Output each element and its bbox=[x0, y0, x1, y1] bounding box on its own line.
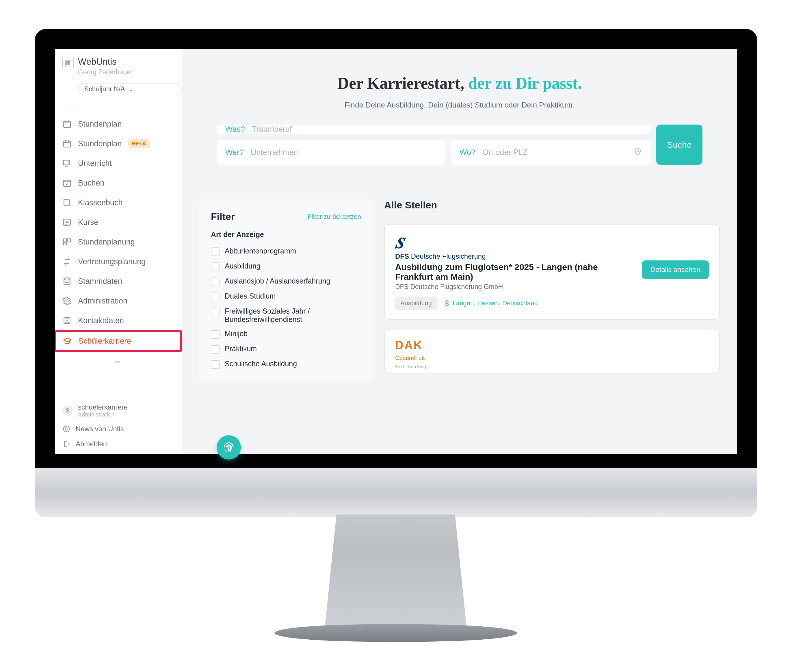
results-heading: Alle Stellen bbox=[384, 200, 720, 211]
job-title: Ausbildung zum Fluglotsen* 2025 - Langen… bbox=[395, 262, 633, 282]
sidebar-footer: S schuelerkarriere Administration News v… bbox=[55, 396, 182, 454]
svg-point-14 bbox=[446, 302, 448, 304]
job-company: DFS Deutsche Flugsicherung GmbH bbox=[395, 283, 633, 291]
company-logo-dak: DAK Gesundheit Ein Leben lang. bbox=[395, 339, 709, 370]
field-wo-label: Wo? bbox=[460, 148, 476, 157]
nav-label: Stammdaten bbox=[78, 277, 122, 286]
search-was-input[interactable] bbox=[251, 125, 642, 134]
svg-rect-0 bbox=[64, 122, 70, 128]
svg-rect-5 bbox=[64, 239, 67, 242]
job-card-1[interactable]: DAK Gesundheit Ein Leben lang. bbox=[384, 329, 720, 374]
job-meta: Ausbildung Langen, Hessen, Deutschland bbox=[395, 296, 709, 310]
checkbox-icon[interactable] bbox=[211, 247, 220, 256]
location-pin-icon bbox=[444, 300, 450, 306]
beta-badge: BETA bbox=[128, 139, 150, 148]
svg-rect-1 bbox=[64, 141, 70, 147]
footer-user[interactable]: S schuelerkarriere Administration bbox=[55, 400, 182, 421]
gear-icon bbox=[62, 296, 72, 306]
field-wer-label: Wer? bbox=[225, 148, 244, 157]
svg-rect-6 bbox=[67, 239, 70, 242]
field-wer[interactable]: Wer? bbox=[217, 140, 445, 165]
nav-label: Stundenplanung bbox=[78, 238, 135, 246]
footer-news-label: News von Untis bbox=[76, 425, 124, 433]
sidebar-item-buchen[interactable]: Buchen bbox=[55, 173, 182, 193]
search-bar: Was? Wer? Wo? bbox=[217, 125, 703, 165]
results-column: Alle Stellen 𝑺 DFS Deutsche Flugsicherun… bbox=[384, 200, 720, 383]
nav-label: Administration bbox=[78, 296, 128, 306]
database-icon bbox=[62, 277, 72, 286]
filter-option-0[interactable]: Abiturientenprogramm bbox=[211, 244, 361, 259]
location-pin-icon[interactable] bbox=[634, 148, 642, 157]
hero-heading: Der Karrierestart, der zu Dir passt. bbox=[217, 74, 703, 93]
job-card-0[interactable]: 𝑺 DFS Deutsche Flugsicherung Ausbildung … bbox=[384, 224, 720, 320]
field-was-label: Was? bbox=[225, 125, 245, 134]
contact-icon bbox=[62, 316, 72, 325]
job-location: Langen, Hessen, Deutschland bbox=[444, 299, 538, 307]
book-icon bbox=[62, 198, 72, 207]
field-wo[interactable]: Wo? bbox=[451, 140, 650, 165]
lower-section: Filter Filter zurücksetzen Art der Anzei… bbox=[182, 185, 737, 398]
nav-item-truncated: … bbox=[55, 100, 182, 114]
sidebar-item-klassenbuch[interactable]: Klassenbuch bbox=[55, 193, 182, 213]
svg-rect-3 bbox=[64, 180, 70, 186]
sidebar-item-kontaktdaten[interactable]: Kontaktdaten bbox=[55, 311, 182, 330]
checkbox-icon[interactable] bbox=[211, 345, 220, 354]
details-button[interactable]: Details ansehen bbox=[642, 261, 709, 279]
filter-option-3[interactable]: Duales Studium bbox=[211, 289, 361, 304]
checkbox-icon[interactable] bbox=[211, 330, 220, 339]
nav-label: Kontaktdaten bbox=[78, 316, 124, 325]
logo-placeholder-icon: ▣ bbox=[62, 57, 74, 68]
job-type-chip: Ausbildung bbox=[395, 296, 437, 310]
hero: Der Karrierestart, der zu Dir passt. Fin… bbox=[182, 49, 737, 185]
app-title: WebUntis bbox=[78, 57, 133, 67]
list-icon bbox=[62, 218, 72, 227]
sidebar-item-unterricht[interactable]: Unterricht bbox=[55, 154, 182, 173]
sidebar-item-kurse[interactable]: Kurse bbox=[55, 213, 182, 232]
school-year-label: Schuljahr N/A bbox=[85, 85, 125, 93]
filter-option-1[interactable]: Ausbildung bbox=[211, 259, 361, 274]
footer-logout[interactable]: Abmelden bbox=[55, 437, 182, 451]
field-was[interactable]: Was? bbox=[217, 125, 650, 134]
filter-title: Filter bbox=[211, 211, 235, 222]
filter-reset-link[interactable]: Filter zurücksetzen bbox=[308, 213, 361, 221]
sidebar-item-stammdaten[interactable]: Stammdaten bbox=[55, 271, 182, 291]
search-button[interactable]: Suche bbox=[656, 125, 703, 165]
footer-username: schuelerkarriere bbox=[78, 403, 128, 411]
sidebar-item-administration[interactable]: Administration bbox=[55, 291, 182, 311]
filter-option-5[interactable]: Minijob bbox=[211, 326, 361, 342]
school-year-selector[interactable]: Schuljahr N/A ⌄ bbox=[78, 83, 182, 95]
nav-label: Buchen bbox=[78, 179, 105, 187]
footer-logout-label: Abmelden bbox=[76, 440, 107, 448]
sidebar-item-stundenplanung[interactable]: Stundenplanung bbox=[55, 232, 182, 252]
checkbox-icon[interactable] bbox=[211, 360, 220, 369]
calendar-icon bbox=[62, 139, 72, 148]
filter-panel: Filter Filter zurücksetzen Art der Anzei… bbox=[199, 200, 373, 383]
company-logo-caption: DFS Deutsche Flugsicherung bbox=[395, 252, 709, 261]
main-content: Der Karrierestart, der zu Dir passt. Fin… bbox=[182, 49, 737, 454]
svg-rect-2 bbox=[64, 160, 69, 165]
filter-section-heading: Art der Anzeige bbox=[211, 230, 361, 239]
app-subtitle: Georg Zederbauer bbox=[78, 68, 133, 76]
sidebar-item-schuelerkarriere[interactable]: Schülerkarriere bbox=[55, 330, 182, 352]
graduation-cap-icon bbox=[63, 336, 72, 346]
filter-option-7[interactable]: Schulische Ausbildung bbox=[211, 357, 361, 372]
hero-subtitle: Finde Deine Ausbildung, Dein (duales) St… bbox=[217, 101, 703, 110]
search-wo-input[interactable] bbox=[482, 148, 628, 157]
search-wer-input[interactable] bbox=[250, 148, 436, 157]
checkbox-icon[interactable] bbox=[211, 277, 220, 286]
calendar-check-icon bbox=[62, 178, 72, 187]
calendar-icon bbox=[62, 119, 72, 129]
sidebar-item-vertretungsplanung[interactable]: Vertretungsplanung bbox=[55, 252, 182, 271]
filter-option-6[interactable]: Praktikum bbox=[211, 342, 361, 357]
nav-label: Kurse bbox=[78, 218, 99, 227]
sidebar-item-stundenplan[interactable]: Stundenplan bbox=[55, 114, 182, 134]
checkbox-icon[interactable] bbox=[211, 307, 220, 316]
checkbox-icon[interactable] bbox=[211, 262, 220, 271]
svg-point-11 bbox=[66, 318, 68, 321]
filter-option-4[interactable]: Freiwilliges Soziales Jahr / Bundesfreiw… bbox=[211, 304, 361, 326]
footer-news[interactable]: News von Untis bbox=[55, 421, 182, 437]
sidebar-collapse-icon[interactable]: ═ bbox=[55, 352, 182, 372]
checkbox-icon[interactable] bbox=[211, 293, 220, 301]
sidebar-item-stundenplan-beta[interactable]: Stundenplan BETA bbox=[55, 134, 182, 154]
filter-option-2[interactable]: Auslandsjob / Auslandserfahrung bbox=[211, 274, 361, 289]
